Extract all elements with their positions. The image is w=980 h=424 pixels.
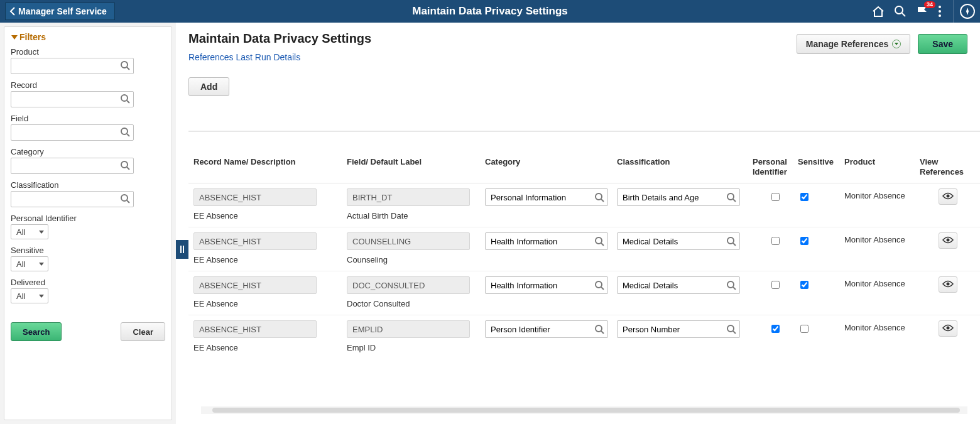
category-input[interactable] — [485, 232, 608, 250]
filter-delivered-value: All — [16, 291, 25, 301]
col-header-view: View References — [920, 151, 970, 183]
sidebar-collapse-handle[interactable] — [176, 240, 188, 259]
field-name-field: EMPLID — [347, 320, 470, 338]
sensitive-checkbox[interactable] — [800, 237, 808, 245]
table-row: ABSENCE_HISTBIRTH_DTMonitor AbsenceEE Ab… — [188, 183, 980, 227]
table-row: ABSENCE_HISTEMPLIDMonitor AbsenceEE Abse… — [188, 315, 980, 359]
eye-icon — [942, 236, 954, 246]
personal-identifier-checkbox[interactable] — [771, 237, 780, 245]
clear-button-label: Clear — [133, 327, 153, 337]
col-header-record: Record Name/ Description — [188, 151, 347, 183]
notifications-icon[interactable]: 34 — [915, 5, 929, 18]
view-references-button[interactable] — [939, 276, 957, 293]
eye-icon — [942, 192, 954, 202]
horizontal-scrollbar[interactable] — [201, 406, 967, 414]
search-button-label: Search — [23, 327, 50, 337]
classification-input[interactable] — [617, 232, 740, 250]
classification-input[interactable] — [617, 320, 740, 338]
filter-field-input[interactable] — [11, 124, 134, 141]
filter-classification-input[interactable] — [11, 191, 134, 207]
home-icon[interactable] — [871, 5, 885, 18]
search-button[interactable]: Search — [11, 322, 62, 341]
sensitive-checkbox[interactable] — [800, 281, 808, 289]
eye-icon — [942, 280, 954, 290]
page-banner-title: Maintain Data Privacy Settings — [0, 5, 980, 18]
svg-line-1 — [902, 13, 905, 16]
navbar-compass[interactable] — [953, 0, 975, 23]
field-name-field: DOC_CONSULTED — [347, 276, 470, 294]
svg-point-29 — [947, 282, 950, 285]
filter-record-input[interactable] — [11, 91, 134, 107]
scrollbar-thumb[interactable] — [212, 408, 960, 413]
col-header-classification: Classification — [617, 151, 753, 183]
filters-header[interactable]: Filters — [11, 32, 165, 42]
dropdown-icon — [892, 40, 901, 48]
table-row: ABSENCE_HISTDOC_CONSULTEDMonitor Absence… — [188, 271, 980, 315]
topbar-icon-group: 34 — [871, 0, 975, 23]
category-input[interactable] — [485, 188, 608, 206]
filter-category-input[interactable] — [11, 158, 134, 174]
col-header-field: Field/ Default Label — [347, 151, 485, 183]
record-name-field: ABSENCE_HIST — [193, 276, 317, 294]
topbar: Manager Self Service Maintain Data Priva… — [0, 0, 980, 23]
field-description: Counseling — [347, 255, 485, 264]
product-text: Monitor Absence — [844, 276, 920, 294]
personal-identifier-checkbox[interactable] — [771, 325, 780, 333]
back-button[interactable]: Manager Self Service — [5, 3, 115, 20]
svg-point-2 — [939, 6, 941, 8]
product-text: Monitor Absence — [844, 188, 920, 206]
record-description: EE Absence — [188, 255, 347, 264]
record-name-field: ABSENCE_HIST — [193, 232, 317, 250]
view-references-button[interactable] — [939, 232, 957, 249]
product-text: Monitor Absence — [844, 232, 920, 250]
field-name-field: BIRTH_DT — [347, 188, 470, 206]
add-button[interactable]: Add — [188, 77, 229, 96]
filter-pi-select[interactable]: All — [11, 224, 48, 239]
filter-sensitive-select[interactable]: All — [11, 256, 48, 271]
filter-category-label: Category — [11, 147, 165, 156]
filters-title: Filters — [19, 32, 46, 42]
classification-input[interactable] — [617, 188, 740, 206]
record-description: EE Absence — [188, 343, 347, 352]
sensitive-checkbox[interactable] — [800, 325, 808, 333]
clear-button[interactable]: Clear — [121, 322, 165, 341]
field-description: Actual Birth Date — [347, 211, 485, 220]
chevron-left-icon — [9, 7, 16, 16]
record-description: EE Absence — [188, 211, 347, 220]
filter-delivered-select[interactable]: All — [11, 288, 48, 303]
view-references-button[interactable] — [939, 320, 957, 337]
record-name-field: ABSENCE_HIST — [193, 320, 317, 338]
filter-product-input[interactable] — [11, 58, 134, 74]
col-header-sensitive: Sensitive — [798, 151, 844, 183]
grid-header-row: Record Name/ Description Field/ Default … — [188, 151, 980, 183]
manage-references-button[interactable]: Manage References — [797, 34, 911, 54]
filter-sensitive-value: All — [16, 259, 25, 269]
page-title: Maintain Data Privacy Settings — [188, 31, 371, 46]
sensitive-checkbox[interactable] — [800, 193, 808, 201]
manage-references-label: Manage References — [806, 39, 889, 49]
category-input[interactable] — [485, 276, 608, 294]
field-name-field: COUNSELLING — [347, 232, 470, 250]
table-row: ABSENCE_HISTCOUNSELLINGMonitor AbsenceEE… — [188, 227, 980, 271]
svg-point-34 — [947, 326, 950, 329]
collapse-triangle-icon — [11, 33, 18, 41]
filter-record-label: Record — [11, 80, 165, 90]
view-references-button[interactable] — [939, 188, 957, 205]
svg-point-24 — [947, 238, 950, 241]
actions-menu-icon[interactable] — [938, 5, 942, 18]
filter-pi-value: All — [16, 227, 25, 237]
personal-identifier-checkbox[interactable] — [771, 193, 780, 201]
personal-identifier-checkbox[interactable] — [771, 281, 780, 289]
filter-delivered-label: Delivered — [11, 278, 165, 287]
references-last-run-link[interactable]: References Last Run Details — [188, 52, 300, 62]
eye-icon — [942, 323, 954, 334]
classification-input[interactable] — [617, 276, 740, 294]
search-icon[interactable] — [894, 5, 906, 18]
product-text: Monitor Absence — [844, 320, 920, 338]
col-header-category: Category — [485, 151, 617, 183]
main-content: Maintain Data Privacy Settings Reference… — [176, 23, 980, 424]
filter-product-label: Product — [11, 47, 165, 57]
filter-pi-label: Personal Identifier — [11, 214, 165, 223]
save-button[interactable]: Save — [918, 34, 967, 54]
category-input[interactable] — [485, 320, 608, 338]
